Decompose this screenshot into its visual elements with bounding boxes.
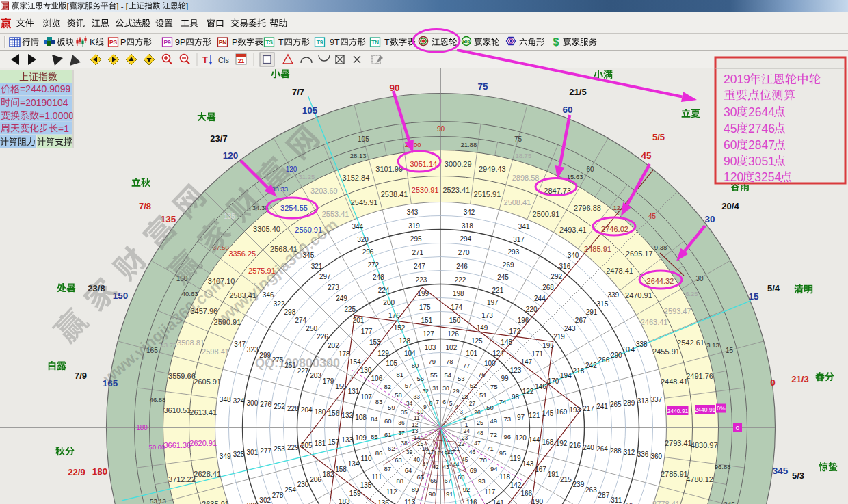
svg-text:119: 119: [510, 455, 521, 462]
svg-text:9.38: 9.38: [654, 243, 667, 251]
svg-text:73: 73: [503, 415, 511, 423]
svg-text:91: 91: [446, 490, 453, 498]
svg-text:289: 289: [624, 399, 635, 407]
svg-text:80: 80: [412, 362, 419, 369]
svg-text:23: 23: [462, 434, 468, 441]
svg-text:157: 157: [328, 438, 340, 446]
svg-text:242: 242: [585, 362, 597, 369]
svg-text:198: 198: [453, 290, 464, 297]
svg-text:172: 172: [509, 328, 521, 335]
svg-text:313: 313: [637, 397, 649, 405]
svg-text:28: 28: [462, 393, 468, 400]
svg-text:253: 253: [274, 445, 285, 453]
svg-text:2847: 2847: [748, 138, 775, 152]
svg-text:31.25: 31.25: [299, 173, 315, 181]
svg-text:151: 151: [421, 317, 433, 324]
svg-text:77: 77: [463, 362, 471, 369]
svg-text:323: 323: [247, 346, 259, 354]
svg-text:2455.91: 2455.91: [652, 347, 680, 356]
svg-text:302: 302: [259, 496, 271, 504]
svg-text:314: 314: [623, 346, 635, 354]
svg-text:220: 220: [526, 306, 538, 313]
svg-text:243: 243: [564, 325, 576, 332]
svg-text:] - [: ] - [: [116, 2, 128, 10]
svg-text:2515.91: 2515.91: [474, 190, 501, 198]
svg-text:90: 90: [428, 490, 436, 498]
svg-text:30: 30: [442, 385, 449, 392]
svg-text:45: 45: [724, 122, 737, 135]
svg-text:274: 274: [295, 317, 306, 324]
svg-text:344: 344: [352, 223, 363, 230]
svg-text:145: 145: [542, 410, 554, 417]
svg-text:3051: 3051: [748, 155, 775, 168]
svg-text:90: 90: [437, 125, 445, 133]
svg-text:3254.55: 3254.55: [280, 204, 308, 212]
svg-text:245: 245: [497, 274, 509, 281]
svg-text:71: 71: [486, 445, 494, 452]
svg-text:89: 89: [412, 486, 419, 493]
svg-text:27: 27: [469, 400, 476, 407]
svg-text:38: 38: [401, 440, 408, 447]
svg-text:196: 196: [518, 317, 529, 324]
svg-text:12: 12: [412, 421, 419, 428]
svg-text:155: 155: [335, 383, 347, 390]
svg-text:26: 26: [474, 409, 481, 416]
svg-text:325: 325: [233, 451, 245, 458]
svg-text:228: 228: [287, 405, 299, 412]
svg-text:287: 287: [598, 492, 610, 499]
svg-text:117: 117: [484, 488, 495, 496]
svg-text:15: 15: [726, 347, 734, 354]
svg-text:3.13: 3.13: [706, 341, 719, 349]
svg-text:2485.91: 2485.91: [584, 245, 611, 253]
svg-text:88: 88: [397, 477, 404, 485]
svg-text:247: 247: [414, 263, 425, 270]
svg-text:345: 345: [773, 466, 789, 476]
svg-text:22: 22: [458, 440, 465, 447]
svg-text:18: 18: [434, 450, 441, 457]
svg-text:40: 40: [413, 456, 420, 463]
svg-text:268: 268: [542, 284, 554, 291]
svg-text:3305.40: 3305.40: [253, 225, 280, 233]
svg-text:28.13: 28.13: [350, 152, 367, 159]
svg-text:249: 249: [336, 295, 347, 302]
svg-text:294: 294: [460, 235, 471, 243]
svg-text:264: 264: [596, 445, 608, 453]
svg-text:142: 142: [510, 481, 522, 489]
svg-text:60: 60: [586, 165, 594, 173]
svg-text:360: 360: [650, 453, 662, 460]
svg-text:318: 318: [462, 222, 473, 230]
svg-text:96.88: 96.88: [715, 463, 731, 470]
svg-text:166: 166: [520, 490, 532, 497]
svg-text:183: 183: [339, 498, 350, 504]
svg-text:37: 37: [398, 429, 405, 436]
svg-text:42: 42: [432, 464, 439, 470]
svg-text:2523.41: 2523.41: [442, 186, 470, 194]
svg-text:3661.36: 3661.36: [163, 441, 191, 449]
svg-text:21: 21: [238, 57, 245, 64]
svg-text:3051.14: 3051.14: [410, 160, 437, 168]
svg-text:4: 4: [455, 403, 458, 410]
svg-text:3203.69: 3203.69: [310, 187, 338, 195]
svg-text:2470.91: 2470.91: [625, 291, 652, 300]
svg-text:341: 341: [518, 223, 530, 230]
svg-text:147: 147: [520, 358, 532, 366]
svg-text:174: 174: [451, 304, 462, 311]
svg-text:224: 224: [378, 287, 390, 294]
svg-text:295: 295: [410, 235, 422, 243]
svg-text:74: 74: [499, 398, 507, 406]
svg-text:86: 86: [375, 449, 383, 457]
svg-text:130: 130: [360, 367, 372, 374]
svg-text:124: 124: [492, 349, 504, 357]
svg-text:35: 35: [401, 409, 408, 416]
svg-text:240: 240: [583, 444, 594, 451]
svg-text:83: 83: [375, 398, 383, 406]
svg-text:292: 292: [551, 273, 562, 280]
svg-text:=2440.9099: =2440.9099: [20, 83, 71, 94]
svg-text:2508.41: 2508.41: [504, 198, 531, 207]
svg-text:338: 338: [636, 341, 648, 348]
svg-text:53: 53: [458, 375, 465, 382]
svg-text:K: K: [90, 38, 96, 47]
svg-text:348: 348: [220, 396, 231, 403]
svg-text:20/4: 20/4: [721, 201, 739, 211]
svg-text:3356.25: 3356.25: [228, 250, 256, 258]
